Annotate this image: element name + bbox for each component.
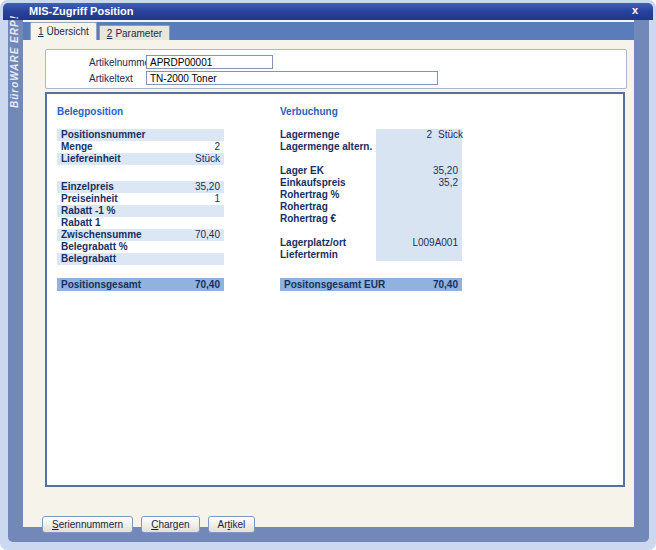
- row-label: Einkaufspreis: [280, 177, 376, 189]
- row-label: Rabatt -1 %: [61, 205, 220, 217]
- app-window: MIS-Zugriff Position x BüroWARE ERP! 1Üb…: [0, 0, 656, 550]
- client-area: 1Übersicht 2Parameter Artikelnummer Arti…: [23, 20, 634, 527]
- row-label: Belegrabatt: [61, 253, 220, 265]
- button-bar: Seriennummern Chargen Artikel: [42, 516, 255, 533]
- chargen-button[interactable]: Chargen: [141, 516, 199, 533]
- seriennummern-button[interactable]: Seriennummern: [42, 516, 133, 533]
- article-groupbox: Artikelnummer Artikeltext: [45, 49, 627, 89]
- row-value-box: [376, 201, 462, 213]
- artikelnummer-label: Artikelnummer: [89, 57, 146, 68]
- row-value: 35,2: [380, 177, 458, 189]
- row-value: Stück: [195, 153, 220, 165]
- tab-parameter[interactable]: 2Parameter: [99, 25, 170, 40]
- row-value-box: [376, 249, 462, 261]
- button-text: Ar: [218, 519, 228, 530]
- row-value: [380, 189, 458, 201]
- row-value: 2: [380, 129, 432, 141]
- row-label: Liefereinheit: [61, 153, 195, 165]
- row-value-box: [376, 213, 462, 225]
- row-label: Liefertermin: [280, 249, 376, 261]
- artikelnummer-input[interactable]: [146, 55, 273, 69]
- row-value-box: 2Stück: [376, 129, 462, 141]
- row-value-box: L009A001: [376, 237, 462, 249]
- row-value: 70,40: [195, 229, 220, 241]
- table-row: Lagermenge altern.: [280, 141, 462, 153]
- row-value: [380, 249, 458, 261]
- row-label: Belegrabatt %: [61, 241, 220, 253]
- row-label: Lagerplatz/ort: [280, 237, 376, 249]
- tab-hotkey: 2: [107, 28, 113, 39]
- artikeltext-label: Artikeltext: [89, 73, 146, 84]
- table-row: Lager EK35,20: [280, 165, 462, 177]
- row-spacer: [280, 261, 462, 278]
- artikelnummer-row: Artikelnummer: [89, 55, 273, 69]
- table-row: Rohertrag: [280, 201, 462, 213]
- close-icon[interactable]: x: [627, 3, 643, 19]
- row-spacer: [57, 165, 224, 181]
- row-label: Rohertrag: [280, 201, 376, 213]
- table-row: Belegrabatt: [57, 253, 224, 265]
- artikel-button[interactable]: Artikel: [208, 516, 256, 533]
- tab-label: Übersicht: [47, 26, 89, 37]
- table-row: Rohertrag %: [280, 189, 462, 201]
- row-label: Lagermenge: [280, 129, 376, 141]
- button-text: hargen: [158, 519, 189, 530]
- table-row: Menge2: [57, 141, 224, 153]
- row-value: 70,40: [433, 278, 458, 291]
- row-label: Lager EK: [280, 165, 376, 177]
- button-text: eriennummern: [59, 519, 123, 530]
- row-label: Lagermenge altern.: [280, 141, 376, 153]
- table-row: Positonsgesamt EUR70,40: [280, 278, 462, 291]
- row-label: Menge: [61, 141, 214, 153]
- row-value: 35,20: [380, 165, 458, 177]
- belegposition-rows: PositionsnummerMenge2LiefereinheitStückE…: [57, 129, 224, 291]
- table-row: Lagerplatz/ortL009A001: [280, 237, 462, 249]
- table-row: Zwischensumme70,40: [57, 229, 224, 241]
- table-row: Rabatt 1: [57, 217, 224, 229]
- row-value-box: 35,20: [376, 165, 462, 177]
- row-label: Positonsgesamt EUR: [284, 278, 433, 291]
- detail-panel: Belegposition PositionsnummerMenge2Liefe…: [45, 92, 625, 487]
- row-value-box: [376, 141, 462, 153]
- row-label: Einzelpreis: [61, 181, 195, 193]
- verbuchung-column: Verbuchung Lagermenge2StückLagermenge al…: [280, 106, 462, 291]
- tab-strip: 1Übersicht 2Parameter: [23, 22, 634, 40]
- table-row: Liefertermin: [280, 249, 462, 261]
- table-row: Rohertrag €: [280, 213, 462, 225]
- row-value: [380, 225, 458, 237]
- row-value: [380, 141, 458, 153]
- row-value-box: [376, 225, 462, 237]
- tab-hotkey: 1: [38, 26, 44, 37]
- row-label: Positionsgesamt: [61, 278, 195, 291]
- artikeltext-input[interactable]: [146, 71, 438, 85]
- row-spacer: [57, 265, 224, 278]
- row-label: Rohertrag €: [280, 213, 376, 225]
- row-label: Positionsnummer: [61, 129, 220, 141]
- table-row: Preiseinheit1: [57, 193, 224, 205]
- row-value: [380, 153, 458, 165]
- table-row: LiefereinheitStück: [57, 153, 224, 165]
- tab-uebersicht[interactable]: 1Übersicht: [30, 22, 97, 40]
- row-value: 1: [214, 193, 220, 205]
- row-label: Rabatt 1: [61, 217, 220, 229]
- button-hotkey: S: [52, 519, 59, 530]
- row-unit: Stück: [432, 129, 458, 141]
- table-row: Rabatt -1 %: [57, 205, 224, 217]
- belegposition-column: Belegposition PositionsnummerMenge2Liefe…: [57, 106, 224, 291]
- row-value-box: [376, 189, 462, 201]
- tab-label: Parameter: [115, 28, 162, 39]
- row-label: Preiseinheit: [61, 193, 214, 205]
- window-title: MIS-Zugriff Position: [29, 5, 133, 17]
- table-row: Belegrabatt %: [57, 241, 224, 253]
- row-value: [380, 201, 458, 213]
- table-row: Positionsnummer: [57, 129, 224, 141]
- row-label: Rohertrag %: [280, 189, 376, 201]
- row-value: [380, 213, 458, 225]
- row-value: 35,20: [195, 181, 220, 193]
- row-value-box: [376, 153, 462, 165]
- verbuchung-rows: Lagermenge2StückLagermenge altern.Lager …: [280, 129, 462, 291]
- table-row: [280, 225, 462, 237]
- row-value: L009A001: [380, 237, 458, 249]
- row-value: 70,40: [195, 278, 220, 291]
- row-value-box: 35,2: [376, 177, 462, 189]
